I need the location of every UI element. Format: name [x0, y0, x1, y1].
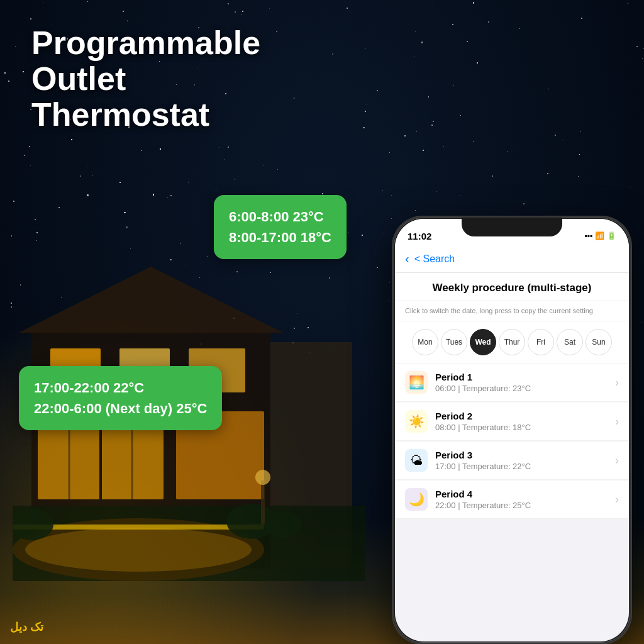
day-button-thur[interactable]: Thur: [499, 329, 525, 355]
status-time: 11:02: [408, 231, 431, 242]
app-content: Weekly procedure (multi-stage) Click to …: [395, 273, 629, 519]
period-item-3[interactable]: 🌤 Period 3 17:00 | Temperature: 22°C ›: [395, 441, 629, 480]
period-icon-1: 🌅: [405, 371, 428, 394]
back-button[interactable]: ‹: [405, 252, 409, 266]
period-chevron-3: ›: [615, 454, 619, 467]
period-name-3: Period 3: [435, 450, 608, 460]
weekly-procedure-title: Weekly procedure (multi-stage): [405, 282, 619, 294]
period-item-1[interactable]: 🌅 Period 1 06:00 | Temperature: 23°C ›: [395, 364, 629, 402]
title-line2: Thermostat: [31, 97, 296, 133]
status-icons: ▪▪▪ 📶 🔋: [584, 231, 616, 240]
nav-bar: ‹ < Search: [395, 247, 629, 273]
svg-point-16: [264, 511, 302, 538]
day-button-fri[interactable]: Fri: [528, 329, 554, 355]
bubble-top-line2: 8:00-17:00 18°C: [229, 227, 331, 248]
period-icon-2: ☀️: [405, 410, 428, 433]
period-item-4[interactable]: 🌙 Period 4 22:00 | Temperature: 25°C ›: [395, 480, 629, 519]
period-info-1: Period 1 06:00 | Temperature: 23°C: [435, 372, 608, 393]
phone-screen: 11:02 ▪▪▪ 📶 🔋 ‹ < Search Weekly procedur…: [395, 219, 629, 641]
period-info-2: Period 2 08:00 | Temperature: 18°C: [435, 411, 608, 432]
bubble-bottom-line2: 22:00-6:00 (Next day) 25°C: [34, 398, 207, 419]
day-button-sat[interactable]: Sat: [557, 329, 583, 355]
title-line1: Programmable Outlet: [31, 25, 296, 97]
bubble-top-line1: 6:00-8:00 23°C: [229, 206, 331, 227]
svg-point-12: [25, 528, 252, 572]
instruction-text: Click to switch the date, long press to …: [395, 301, 629, 321]
period-info-3: Period 3 17:00 | Temperature: 22°C: [435, 450, 608, 471]
period-icon-3: 🌤: [405, 449, 428, 472]
period-icon-4: 🌙: [405, 488, 428, 511]
wifi-icon: ▪▪▪: [584, 231, 592, 240]
watermark: تک دیل: [10, 620, 43, 634]
day-selector: MonTuesWedThurFriSatSun: [395, 321, 629, 364]
bubble-bottom: 17:00-22:00 22°C 22:00-6:00 (Next day) 2…: [19, 366, 222, 430]
period-chevron-2: ›: [615, 415, 619, 428]
period-name-2: Period 2: [435, 411, 608, 421]
period-name-1: Period 1: [435, 372, 608, 382]
page-heading: Programmable Outlet Thermostat: [31, 25, 296, 133]
phone-notch: [462, 218, 562, 236]
day-button-mon[interactable]: Mon: [412, 329, 438, 355]
period-name-4: Period 4: [435, 489, 608, 499]
page-header: Weekly procedure (multi-stage): [395, 273, 629, 301]
period-item-2[interactable]: ☀️ Period 2 08:00 | Temperature: 18°C ›: [395, 402, 629, 441]
period-detail-2: 08:00 | Temperature: 18°C: [435, 423, 608, 432]
period-detail-3: 17:00 | Temperature: 22°C: [435, 462, 608, 471]
battery-icon: 🔋: [607, 231, 616, 240]
svg-point-18: [255, 470, 270, 485]
day-button-wed[interactable]: Wed: [470, 329, 496, 355]
bubble-bottom-line1: 17:00-22:00 22°C: [34, 377, 207, 398]
period-chevron-1: ›: [615, 376, 619, 389]
search-label[interactable]: < Search: [414, 253, 455, 265]
signal-icon: 📶: [595, 231, 604, 240]
phone-mockup: 11:02 ▪▪▪ 📶 🔋 ‹ < Search Weekly procedur…: [392, 216, 631, 644]
svg-rect-17: [261, 480, 265, 525]
day-button-sun[interactable]: Sun: [586, 329, 612, 355]
period-list: 🌅 Period 1 06:00 | Temperature: 23°C › ☀…: [395, 364, 629, 519]
day-button-tues[interactable]: Tues: [441, 329, 467, 355]
period-detail-1: 06:00 | Temperature: 23°C: [435, 384, 608, 393]
period-detail-4: 22:00 | Temperature: 25°C: [435, 501, 608, 510]
period-info-4: Period 4 22:00 | Temperature: 25°C: [435, 489, 608, 510]
period-chevron-4: ›: [615, 493, 619, 506]
bubble-top: 6:00-8:00 23°C 8:00-17:00 18°C: [214, 195, 347, 259]
phone-outer: 11:02 ▪▪▪ 📶 🔋 ‹ < Search Weekly procedur…: [392, 216, 631, 644]
